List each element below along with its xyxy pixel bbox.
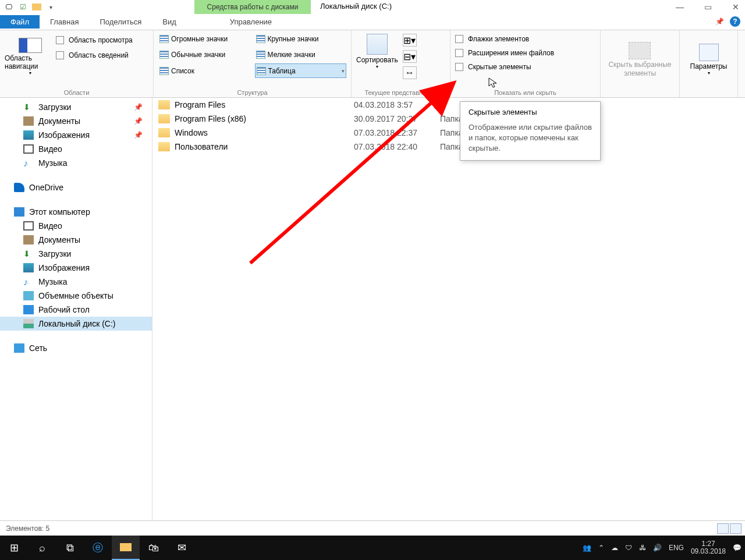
group-label-areas: Области bbox=[0, 89, 153, 96]
ribbon-tabs: Файл Главная Поделиться Вид Управление 📌… bbox=[0, 14, 745, 30]
sidebar-item-onedrive[interactable]: OneDrive bbox=[0, 180, 152, 194]
folder-icon bbox=[158, 114, 170, 123]
sidebar-item-pc-3d-objects[interactable]: Объемные объекты bbox=[0, 289, 152, 303]
sidebar-item-local-disk-c[interactable]: Локальный диск (C:) bbox=[0, 317, 152, 331]
file-name: Program Files (x86) bbox=[175, 114, 349, 123]
hidden-items-toggle[interactable]: Скрытые элементы bbox=[455, 63, 595, 71]
tray-onedrive-icon[interactable]: ☁ bbox=[611, 544, 618, 552]
tooltip-title: Скрытые элементы bbox=[469, 108, 592, 116]
sort-button[interactable]: Сортировать▾ bbox=[356, 34, 398, 69]
sidebar-item-pc-documents[interactable]: Документы bbox=[0, 233, 152, 247]
size-columns-button[interactable]: ↔ bbox=[403, 66, 417, 79]
maximize-button[interactable]: ▭ bbox=[701, 0, 715, 14]
tab-view[interactable]: Вид bbox=[152, 15, 187, 29]
sidebar-item-downloads[interactable]: Загрузки📌 bbox=[0, 100, 152, 114]
window-title: Локальный диск (C:) bbox=[320, 2, 392, 10]
group-label-show: Показать или скрыть bbox=[450, 89, 600, 96]
layout-medium[interactable]: Обычные значки bbox=[158, 48, 250, 62]
layout-large[interactable]: Крупные значки bbox=[255, 33, 347, 46]
file-row[interactable]: Windows07.03.2018 22:37Папка bbox=[152, 126, 745, 140]
taskbar-edge[interactable]: ⓔ bbox=[84, 536, 112, 560]
group-label-sort: Текущее представление bbox=[352, 89, 450, 96]
ribbon: Область навигации ▾ Область просмотра Об… bbox=[0, 30, 745, 98]
navigation-sidebar[interactable]: Загрузки📌 Документы📌 Изображения📌 Видео … bbox=[0, 98, 152, 520]
context-tab-drive-tools[interactable]: Средства работы с дисками bbox=[194, 0, 311, 14]
tray-notifications-icon[interactable]: 💬 bbox=[733, 544, 742, 552]
tray-people-icon[interactable]: 👥 bbox=[583, 544, 591, 552]
group-label-layout: Структура bbox=[154, 89, 351, 96]
tooltip-hidden-items: Скрытые элементы Отображение или скрытие… bbox=[460, 101, 601, 161]
view-thumbnails-button[interactable] bbox=[730, 523, 742, 534]
tray-network-icon[interactable]: 🖧 bbox=[639, 544, 646, 552]
layout-details[interactable]: Таблица▾ bbox=[255, 63, 347, 78]
file-date: 04.03.2018 3:57 bbox=[354, 100, 435, 109]
item-checkboxes-toggle[interactable]: Флажки элементов bbox=[455, 35, 595, 43]
details-pane-toggle[interactable]: Область сведений bbox=[56, 51, 133, 59]
tray-language[interactable]: ENG bbox=[669, 544, 684, 552]
sidebar-item-pc-pictures[interactable]: Изображения bbox=[0, 261, 152, 275]
sidebar-item-pictures[interactable]: Изображения📌 bbox=[0, 128, 152, 142]
tab-home[interactable]: Главная bbox=[40, 15, 89, 29]
taskbar-explorer[interactable] bbox=[112, 536, 140, 560]
folder-icon bbox=[158, 142, 170, 151]
ribbon-group-current-view: Сортировать▾ ⊞▾ ⊟▾ ↔ Текущее представлен… bbox=[352, 30, 450, 97]
sidebar-item-pc-videos[interactable]: Видео bbox=[0, 219, 152, 233]
pin-ribbon-icon[interactable]: 📌 bbox=[715, 17, 724, 26]
sidebar-item-pc-desktop[interactable]: Рабочий стол bbox=[0, 303, 152, 317]
tray-volume-icon[interactable]: 🔊 bbox=[653, 544, 662, 552]
tray-defender-icon[interactable]: 🛡 bbox=[625, 544, 632, 552]
file-date: 07.03.2018 22:37 bbox=[354, 128, 435, 137]
help-button[interactable]: ? bbox=[730, 16, 740, 27]
file-date: 30.09.2017 20:27 bbox=[354, 114, 435, 123]
folder-icon bbox=[158, 128, 170, 137]
file-row[interactable]: Program Files (x86)30.09.2017 20:27Папка bbox=[152, 112, 745, 126]
qat-dropdown-icon[interactable]: ▾ bbox=[45, 2, 56, 12]
qat-properties-icon[interactable]: ☑ bbox=[17, 2, 28, 12]
ribbon-group-show-hide: Флажки элементов Расширения имен файлов … bbox=[450, 30, 601, 97]
sidebar-item-network[interactable]: Сеть bbox=[0, 341, 152, 355]
taskbar-store[interactable]: 🛍 bbox=[140, 536, 168, 560]
sidebar-item-pc-music[interactable]: Музыка bbox=[0, 275, 152, 289]
file-extensions-toggle[interactable]: Расширения имен файлов bbox=[455, 49, 595, 57]
preview-pane-toggle[interactable]: Область просмотра bbox=[56, 36, 133, 44]
tray-chevron-icon[interactable]: ⌃ bbox=[598, 544, 604, 552]
file-row[interactable]: Пользователи07.03.2018 22:40Папка bbox=[152, 140, 745, 154]
sidebar-item-pc-downloads[interactable]: Загрузки bbox=[0, 247, 152, 261]
taskbar[interactable]: ⊞ ⌕ ⧉ ⓔ 🛍 ✉ 👥 ⌃ ☁ 🛡 🖧 🔊 ENG 1:27 09.03.2… bbox=[0, 536, 745, 560]
sidebar-item-videos[interactable]: Видео bbox=[0, 142, 152, 156]
file-row[interactable]: Program Files04.03.2018 3:57 bbox=[152, 98, 745, 112]
ribbon-group-areas: Область навигации ▾ Область просмотра Об… bbox=[0, 30, 154, 97]
ribbon-group-layout: Огромные значки Крупные значки Обычные з… bbox=[154, 30, 352, 97]
tray-clock[interactable]: 1:27 09.03.2018 bbox=[691, 540, 726, 555]
tooltip-body: Отображение или скрытие файлов и папок, … bbox=[469, 122, 592, 154]
qat-folder-icon[interactable] bbox=[31, 2, 42, 12]
navigation-pane-label: Область навигации bbox=[5, 54, 56, 70]
folder-icon bbox=[158, 100, 170, 109]
layout-small[interactable]: Мелкие значки bbox=[255, 48, 347, 62]
minimize-button[interactable]: — bbox=[673, 0, 687, 14]
qat-system-icon[interactable]: 🖵 bbox=[3, 2, 14, 12]
task-view-button[interactable]: ⧉ bbox=[56, 536, 84, 560]
add-columns-button[interactable]: ⊞▾ bbox=[403, 34, 417, 47]
options-button[interactable]: Параметры▾ bbox=[690, 44, 728, 76]
layout-list[interactable]: Список bbox=[158, 63, 250, 78]
navigation-pane-button[interactable]: Область навигации ▾ bbox=[5, 33, 56, 80]
file-list[interactable]: Program Files04.03.2018 3:57Program File… bbox=[152, 98, 745, 520]
sidebar-item-music[interactable]: Музыка bbox=[0, 156, 152, 170]
sidebar-item-documents[interactable]: Документы📌 bbox=[0, 114, 152, 128]
taskbar-mail[interactable]: ✉ bbox=[168, 536, 196, 560]
tab-manage[interactable]: Управление bbox=[219, 15, 282, 29]
titlebar: 🖵 ☑ ▾ Средства работы с дисками Локальны… bbox=[0, 0, 745, 14]
start-button[interactable]: ⊞ bbox=[0, 536, 28, 560]
file-name: Program Files bbox=[175, 100, 349, 109]
tab-share[interactable]: Поделиться bbox=[89, 15, 152, 29]
view-details-button[interactable] bbox=[717, 523, 729, 534]
close-button[interactable]: ✕ bbox=[729, 0, 743, 14]
file-name: Windows bbox=[175, 128, 349, 137]
sidebar-item-this-pc[interactable]: Этот компьютер bbox=[0, 205, 152, 219]
tab-file[interactable]: Файл bbox=[0, 15, 40, 29]
group-by-button[interactable]: ⊟▾ bbox=[403, 50, 417, 63]
layout-extra-large[interactable]: Огромные значки bbox=[158, 33, 250, 46]
search-button[interactable]: ⌕ bbox=[28, 536, 56, 560]
hide-selected-button[interactable]: Скрыть выбранные элементы bbox=[608, 42, 671, 77]
